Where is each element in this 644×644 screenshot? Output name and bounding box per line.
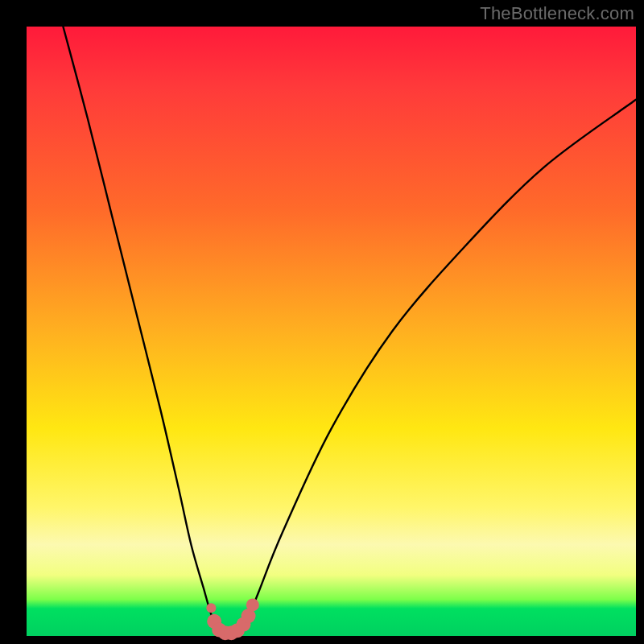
highlight-dot bbox=[246, 598, 259, 611]
bottleneck-curve bbox=[63, 27, 636, 634]
chart-svg bbox=[27, 27, 636, 636]
highlight-dot bbox=[206, 603, 216, 613]
chart-frame: TheBottleneck.com bbox=[0, 0, 644, 644]
watermark-text: TheBottleneck.com bbox=[480, 3, 634, 24]
highlight-dots bbox=[206, 598, 258, 640]
